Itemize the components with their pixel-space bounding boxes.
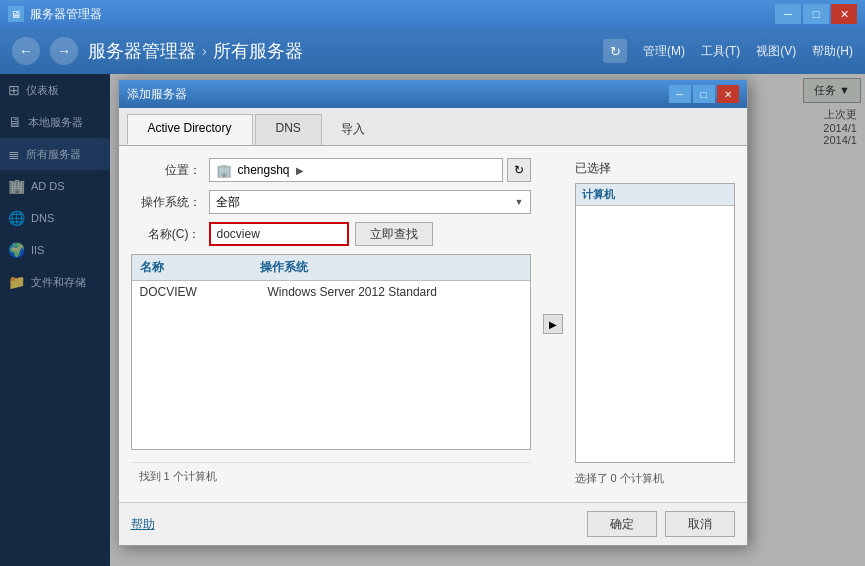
os-label: 操作系统： xyxy=(131,194,201,211)
col-os[interactable]: 操作系统 xyxy=(252,255,316,280)
selected-header: 计算机 xyxy=(576,184,734,206)
menu-right: ↻ 管理(M) 工具(T) 视图(V) 帮助(H) xyxy=(603,39,853,63)
dialog-right-panel: 已选择 计算机 选择了 0 个计算机 xyxy=(575,158,735,490)
dialog-minimize-button[interactable]: ─ xyxy=(669,85,691,103)
menu-bar: ← → 服务器管理器 › 所有服务器 ↻ 管理(M) 工具(T) 视图(V) 帮… xyxy=(0,28,865,74)
title-bar: 🖥 服务器管理器 ─ □ ✕ xyxy=(0,0,865,28)
dialog-title: 添加服务器 xyxy=(127,86,187,103)
app-icon: 🖥 xyxy=(8,6,24,22)
results-area: 名称 操作系统 DOCVIEW Windows Server 2012 Stan… xyxy=(131,254,531,450)
os-row: 操作系统： 全部 ▼ xyxy=(131,190,531,214)
name-input[interactable] xyxy=(209,222,349,246)
name-input-wrapper: 立即查找 xyxy=(209,222,531,246)
close-button[interactable]: ✕ xyxy=(831,4,857,24)
results-footer: 找到 1 个计算机 xyxy=(131,462,531,490)
name-label: 名称(C)： xyxy=(131,226,201,243)
refresh-icon[interactable]: ↻ xyxy=(603,39,627,63)
os-control: 全部 ▼ xyxy=(209,190,531,214)
location-folder-icon: 🏢 xyxy=(216,163,232,178)
section-title: 所有服务器 xyxy=(213,39,303,63)
middle-arrow-panel: ▶ xyxy=(541,158,565,490)
dialog-title-controls: ─ □ ✕ xyxy=(669,85,739,103)
add-server-dialog: 添加服务器 ─ □ ✕ Active Directory DNS xyxy=(118,79,748,546)
tab-dns[interactable]: DNS xyxy=(255,114,322,145)
maximize-button[interactable]: □ xyxy=(803,4,829,24)
confirm-button[interactable]: 确定 xyxy=(587,511,657,537)
main-window: 🖥 服务器管理器 ─ □ ✕ ← → 服务器管理器 › 所有服务器 ↻ 管理(M… xyxy=(0,0,865,566)
menu-tools[interactable]: 工具(T) xyxy=(701,43,740,60)
menu-title: 服务器管理器 › 所有服务器 xyxy=(88,39,593,63)
table-row[interactable]: DOCVIEW Windows Server 2012 Standard xyxy=(132,281,530,303)
help-link[interactable]: 帮助 xyxy=(131,516,155,533)
menu-view[interactable]: 视图(V) xyxy=(756,43,796,60)
title-bar-left: 🖥 服务器管理器 xyxy=(8,6,102,23)
menu-manage[interactable]: 管理(M) xyxy=(643,43,685,60)
minimize-button[interactable]: ─ xyxy=(775,4,801,24)
chevron-down-icon: ▼ xyxy=(515,197,524,207)
dialog-left-panel: 位置： 🏢 chengshq ▶ ↻ xyxy=(131,158,531,490)
location-input[interactable]: 🏢 chengshq ▶ xyxy=(209,158,503,182)
dialog-title-bar: 添加服务器 ─ □ ✕ xyxy=(119,80,747,108)
back-button[interactable]: ← xyxy=(12,37,40,65)
dialog-body: 位置： 🏢 chengshq ▶ ↻ xyxy=(119,146,747,502)
tab-active-directory[interactable]: Active Directory xyxy=(127,114,253,145)
name-row: 名称(C)： 立即查找 xyxy=(131,222,531,246)
dialog-close-button[interactable]: ✕ xyxy=(717,85,739,103)
selected-label: 已选择 xyxy=(575,158,735,179)
os-value: 全部 xyxy=(216,194,240,211)
location-refresh-button[interactable]: ↻ xyxy=(507,158,531,182)
results-header: 名称 操作系统 xyxy=(132,255,530,281)
search-button[interactable]: 立即查找 xyxy=(355,222,433,246)
forward-button[interactable]: → xyxy=(50,37,78,65)
footer-buttons: 确定 取消 xyxy=(587,511,735,537)
location-label: 位置： xyxy=(131,162,201,179)
menu-help[interactable]: 帮助(H) xyxy=(812,43,853,60)
location-row: 位置： 🏢 chengshq ▶ ↻ xyxy=(131,158,531,182)
window-title: 服务器管理器 xyxy=(30,6,102,23)
tab-import[interactable]: 导入 xyxy=(324,114,382,145)
breadcrumb-separator: › xyxy=(202,43,207,59)
cell-os: Windows Server 2012 Standard xyxy=(260,285,437,299)
location-control: 🏢 chengshq ▶ ↻ xyxy=(209,158,531,182)
os-select[interactable]: 全部 ▼ xyxy=(209,190,531,214)
add-to-selected-button[interactable]: ▶ xyxy=(543,314,563,334)
location-arrow: ▶ xyxy=(296,165,304,176)
cancel-button[interactable]: 取消 xyxy=(665,511,735,537)
col-name[interactable]: 名称 xyxy=(132,255,252,280)
cell-name: DOCVIEW xyxy=(140,285,260,299)
location-value: chengshq xyxy=(238,163,290,177)
dialog-overlay: 添加服务器 ─ □ ✕ Active Directory DNS xyxy=(0,74,865,566)
selected-footer: 选择了 0 个计算机 xyxy=(575,467,735,490)
selected-area: 计算机 xyxy=(575,183,735,463)
title-bar-controls: ─ □ ✕ xyxy=(775,4,857,24)
dialog-footer: 帮助 确定 取消 xyxy=(119,502,747,545)
dialog-maximize-button[interactable]: □ xyxy=(693,85,715,103)
content-area: ⊞ 仪表板 🖥 本地服务器 ≣ 所有服务器 🏢 AD DS 🌐 DNS 🌍 xyxy=(0,74,865,566)
dialog-tabs: Active Directory DNS 导入 xyxy=(119,108,747,146)
app-title: 服务器管理器 xyxy=(88,39,196,63)
